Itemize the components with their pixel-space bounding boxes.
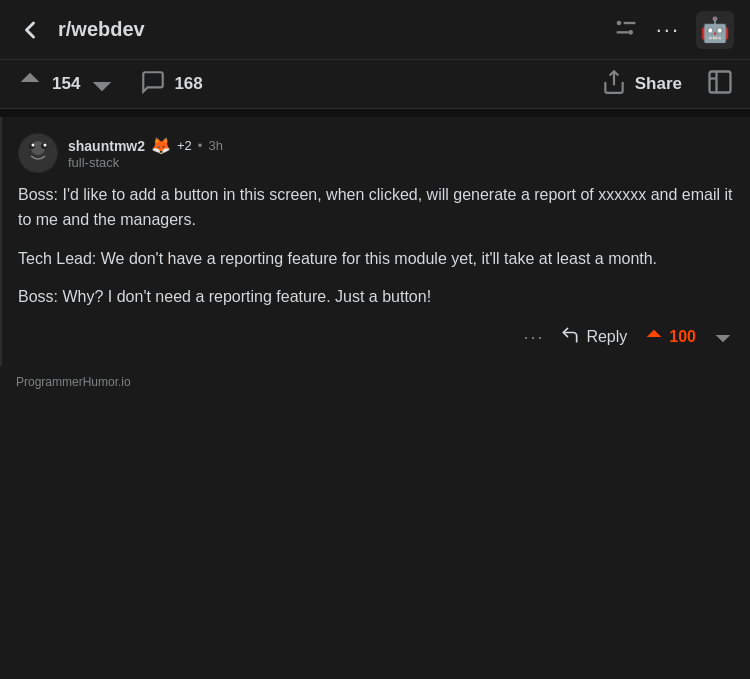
subreddit-title: r/webdev bbox=[58, 18, 612, 41]
comment-paragraph-2: Tech Lead: We don't have a reporting fea… bbox=[18, 247, 734, 272]
svg-point-13 bbox=[44, 144, 47, 147]
back-button[interactable] bbox=[16, 16, 44, 44]
karma-delta: +2 bbox=[177, 138, 192, 153]
save-button[interactable] bbox=[706, 68, 734, 100]
comment-body: Boss: I'd like to add a button in this s… bbox=[18, 183, 734, 310]
svg-point-11 bbox=[32, 144, 35, 147]
vote-bar: 154 168 Share bbox=[0, 60, 750, 109]
comment-header: shauntmw2 🦊 +2 • 3h full-stack bbox=[18, 133, 734, 173]
comment-upvote-count: 100 bbox=[669, 328, 696, 346]
top-bar: r/webdev ··· 🤖 bbox=[0, 0, 750, 60]
username-row: shauntmw2 🦊 +2 • 3h bbox=[68, 136, 223, 155]
comment-paragraph-3: Boss: Why? I don't need a reporting feat… bbox=[18, 285, 734, 310]
vote-count: 154 bbox=[52, 74, 80, 94]
svg-point-0 bbox=[616, 20, 621, 25]
comment-container: shauntmw2 🦊 +2 • 3h full-stack Boss: I'd… bbox=[0, 117, 750, 366]
share-button[interactable]: Share bbox=[601, 69, 682, 99]
share-label: Share bbox=[635, 74, 682, 94]
share-icon bbox=[601, 69, 627, 99]
ellipsis-icon: ··· bbox=[656, 17, 680, 43]
downvote-button[interactable] bbox=[88, 68, 116, 100]
time-separator: • bbox=[198, 138, 203, 153]
comment-time: 3h bbox=[208, 138, 222, 153]
commenter-info: shauntmw2 🦊 +2 • 3h full-stack bbox=[68, 136, 223, 170]
user-avatar-icon: 🤖 bbox=[700, 16, 730, 44]
more-actions-button[interactable]: ··· bbox=[523, 327, 544, 348]
reply-icon bbox=[560, 325, 580, 349]
vote-group: 154 bbox=[16, 68, 116, 100]
section-divider bbox=[0, 109, 750, 117]
comment-icon bbox=[140, 69, 166, 99]
comment-upvote-button[interactable]: 100 bbox=[643, 326, 696, 348]
watermark: ProgrammerHumor.io bbox=[0, 366, 750, 400]
svg-point-2 bbox=[628, 30, 633, 35]
watermark-text: ProgrammerHumor.io bbox=[16, 375, 131, 389]
commenter-avatar[interactable] bbox=[18, 133, 58, 173]
comment-button[interactable]: 168 bbox=[140, 69, 202, 99]
save-icon bbox=[706, 68, 734, 100]
username[interactable]: shauntmw2 bbox=[68, 138, 145, 154]
comment-count: 168 bbox=[174, 74, 202, 94]
user-flair: full-stack bbox=[68, 155, 223, 170]
comment-paragraph-1: Boss: I'd like to add a button in this s… bbox=[18, 183, 734, 233]
comment-actions: ··· Reply 100 bbox=[18, 324, 734, 350]
upvote-button[interactable] bbox=[16, 68, 44, 100]
top-bar-icons: ··· 🤖 bbox=[612, 11, 734, 49]
comment-downvote-button[interactable] bbox=[712, 324, 734, 350]
more-options-button[interactable]: ··· bbox=[656, 17, 680, 43]
user-avatar-top[interactable]: 🤖 bbox=[696, 11, 734, 49]
reply-label: Reply bbox=[586, 328, 627, 346]
user-badge-icon: 🦊 bbox=[151, 136, 171, 155]
svg-rect-5 bbox=[710, 72, 731, 93]
reply-button[interactable]: Reply bbox=[560, 325, 627, 349]
filter-button[interactable] bbox=[612, 16, 640, 44]
